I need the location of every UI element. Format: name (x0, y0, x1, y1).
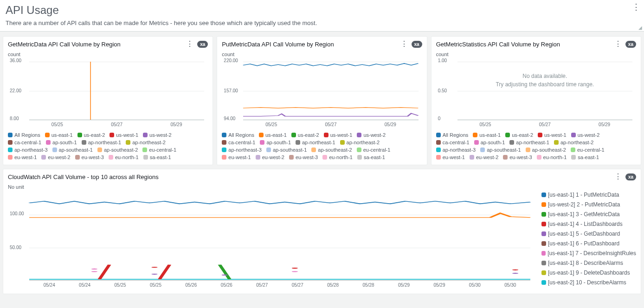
time-range-badge[interactable]: xa (197, 41, 208, 48)
legend-item[interactable]: eu-central-1 (142, 147, 176, 153)
legend-item[interactable]: eu-west-3 (75, 154, 104, 160)
x-tick: 05/28 (327, 282, 339, 288)
swatch-icon (143, 155, 148, 160)
svg-point-4 (91, 269, 97, 270)
time-range-badge[interactable]: xa (625, 41, 636, 48)
legend-label: us-east-1 (52, 132, 73, 138)
legend-item[interactable]: us-east-1 (259, 132, 287, 138)
legend-item[interactable]: sa-east-1 (143, 154, 171, 160)
legend-label: All Regions (14, 132, 40, 138)
legend-item[interactable]: ca-central-1 (8, 140, 41, 145)
legend-item[interactable]: eu-west-3 (289, 154, 318, 160)
legend-item[interactable]: eu-central-1 (357, 147, 391, 153)
x-ticks: 05/2405/2405/2505/2505/2605/2605/2705/27… (29, 282, 530, 289)
legend-item[interactable]: ap-northeast-3 (436, 147, 476, 153)
legend-item[interactable]: [us-east-1] 9 - DeleteDashboards (541, 270, 636, 276)
legend-item[interactable]: us-west-1 (538, 132, 567, 138)
legend-item[interactable]: ap-southeast-2 (311, 147, 352, 153)
chart-area[interactable]: 220.00 157.00 94.00 05/25 05/27 05/29 (222, 59, 422, 128)
swatch-icon (289, 155, 294, 160)
legend-item[interactable]: eu-west-3 (503, 154, 532, 160)
legend-item[interactable]: eu-north-1 (322, 154, 353, 160)
legend-item[interactable]: ap-south-1 (260, 140, 291, 145)
x-tick: 05/30 (504, 282, 516, 288)
legend-item[interactable]: eu-west-1 (8, 154, 37, 160)
legend-item[interactable]: eu-west-1 (222, 154, 251, 160)
legend-item[interactable]: us-east-1 (473, 132, 501, 138)
legend-item[interactable]: us-east-1 (45, 132, 73, 138)
legend-item[interactable]: ap-southeast-1 (52, 147, 93, 153)
legend-item[interactable]: [us-east-1] 6 - PutDashboard (541, 240, 636, 247)
legend-item[interactable]: ap-northeast-2 (340, 140, 380, 145)
time-range-badge[interactable]: xa (412, 41, 422, 48)
chart-area[interactable]: 1.00 0.50 0 No data available. Try adjus… (436, 59, 636, 128)
swatch-icon (46, 140, 51, 145)
legend-label: us-west-1 (330, 132, 353, 138)
legend-item[interactable]: sa-east-1 (357, 154, 385, 160)
legend-item[interactable]: eu-west-2 (256, 154, 284, 160)
legend-label: eu-north-1 (329, 154, 353, 160)
widget-kebab-icon[interactable]: ⋮ (400, 40, 408, 48)
legend-item[interactable]: us-east-2 (77, 132, 105, 138)
widgets-row: GetMetricData API Call Volume by Region … (3, 36, 641, 165)
legend-item[interactable]: ca-central-1 (222, 140, 255, 145)
legend-item[interactable]: All Regions (222, 132, 254, 138)
swatch-icon (77, 133, 82, 137)
legend-item[interactable]: ap-southeast-2 (526, 147, 566, 153)
legend-item[interactable]: us-east-2 (505, 132, 533, 138)
legend-label: [us-east-2] 10 - DescribeAlarms (548, 279, 626, 286)
swatch-icon (357, 133, 361, 137)
legend-item[interactable]: All Regions (436, 132, 469, 138)
legend-item[interactable]: ap-northeast-3 (8, 147, 48, 153)
legend-item[interactable]: us-west-2 (571, 132, 600, 138)
legend-item[interactable]: us-west-1 (109, 132, 138, 138)
swatch-icon (537, 155, 541, 160)
legend-item[interactable]: ap-northeast-1 (296, 140, 335, 145)
legend-item[interactable]: ap-southeast-1 (266, 147, 307, 153)
legend-item[interactable]: [us-east-1] 8 - DescribeAlarms (541, 260, 636, 266)
chart-area[interactable]: 36.00 22.00 8.00 05/25 05/27 05/29 (8, 59, 208, 128)
legend-item[interactable]: us-east-2 (291, 132, 319, 138)
legend-item[interactable]: ap-south-1 (474, 140, 505, 145)
legend-item[interactable]: All Regions (8, 132, 40, 138)
legend-item[interactable]: ap-northeast-3 (222, 147, 262, 153)
widget-kebab-icon[interactable]: ⋮ (614, 173, 622, 180)
legend-item[interactable]: ap-northeast-2 (554, 140, 594, 145)
legend-label: us-west-2 (149, 132, 172, 138)
legend-item[interactable]: eu-north-1 (109, 154, 139, 160)
legend-item[interactable]: eu-west-2 (41, 154, 70, 160)
legend-item[interactable]: [us-east-2] 10 - DescribeAlarms (541, 279, 636, 286)
legend-item[interactable]: us-west-2 (143, 132, 172, 138)
legend-item[interactable]: sa-east-1 (571, 154, 599, 160)
legend-item[interactable]: eu-north-1 (537, 154, 567, 160)
legend-item[interactable]: ap-northeast-1 (82, 140, 122, 145)
widget-kebab-icon[interactable]: ⋮ (186, 40, 193, 48)
legend-item[interactable]: ap-south-1 (46, 140, 77, 145)
legend-item[interactable]: [us-east-1] 7 - DescribeInsightRules (541, 250, 636, 257)
page-kebab-icon[interactable]: ⋮ (632, 3, 640, 11)
legend-label: sa-east-1 (150, 154, 171, 160)
legend-item[interactable]: [us-east-1] 3 - GetMetricData (541, 211, 636, 218)
legend-item[interactable]: us-west-2 (357, 132, 386, 138)
widget-kebab-icon[interactable]: ⋮ (614, 40, 622, 48)
legend-item[interactable]: eu-central-1 (571, 147, 605, 153)
swatch-icon (541, 261, 546, 265)
legend-item[interactable]: ca-central-1 (436, 140, 470, 145)
legend-item[interactable]: eu-west-1 (436, 154, 465, 160)
legend-item[interactable]: ap-southeast-2 (97, 147, 138, 153)
chart-area[interactable]: 100.00 50.00 (8, 192, 534, 289)
legend-item[interactable]: [us-east-1] 5 - GetDashboard (541, 231, 636, 237)
legend-item[interactable]: ap-northeast-2 (126, 140, 166, 145)
legend-item[interactable]: ap-southeast-1 (480, 147, 521, 153)
resize-grip-icon[interactable]: ◢ (638, 25, 642, 30)
legend-item[interactable]: ap-northeast-1 (509, 140, 549, 145)
legend-item[interactable]: eu-west-2 (470, 154, 498, 160)
legend-item[interactable]: [us-west-2] 2 - PutMetricData (541, 201, 636, 208)
legend-item[interactable]: us-west-1 (324, 132, 353, 138)
legend-item[interactable]: [us-east-1] 4 - ListDashboards (541, 221, 636, 227)
x-tick: 05/30 (469, 282, 481, 288)
widget-put-metric-data: PutMetricData API Call Volume by Region … (217, 36, 427, 165)
legend-item[interactable]: [us-east-1] 1 - PutMetricData (541, 192, 636, 198)
time-range-badge[interactable]: xa (625, 173, 636, 180)
y-tick: 8.00 (10, 116, 19, 121)
